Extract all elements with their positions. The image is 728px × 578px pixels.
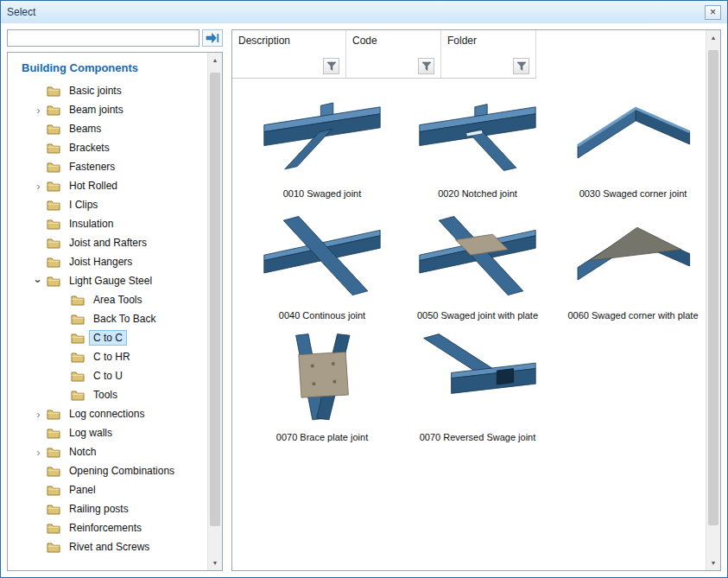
tree-item[interactable]: C to U [15, 366, 207, 385]
folder-icon [47, 105, 60, 116]
component-item[interactable]: 0030 Swaged corner joint [555, 89, 706, 199]
chevron-icon[interactable]: › [32, 104, 45, 117]
component-item[interactable]: 0010 Swaged joint [244, 89, 400, 199]
column-header-label: Code [352, 35, 434, 47]
folder-icon [47, 523, 60, 534]
component-thumbnail [256, 89, 388, 186]
tree-item-label: Log connections [65, 406, 149, 422]
scroll-up-icon[interactable]: ▲ [208, 53, 222, 67]
filter-icon [516, 61, 527, 72]
tree-item[interactable]: › Hot Rolled [15, 176, 207, 195]
component-thumbnail [412, 333, 543, 429]
tree-item-label: C to U [89, 368, 127, 384]
search-row [7, 29, 223, 47]
component-item[interactable]: 0060 Swaged corner with plate [555, 211, 706, 321]
component-item[interactable]: 0040 Continous joint [244, 211, 400, 321]
filter-button-folder[interactable] [513, 58, 529, 74]
tree-item[interactable]: › Light Gauge Steel [15, 271, 207, 290]
component-item[interactable]: 0070 Reversed Swage joint [400, 333, 555, 442]
search-input[interactable] [7, 29, 199, 47]
titlebar[interactable]: Select × [1, 1, 727, 23]
tree-item-label: Beams [65, 121, 105, 137]
tree-item[interactable]: Joist Hangers [15, 252, 207, 271]
tree-scrollbar[interactable]: ▲ ▼ [207, 53, 222, 570]
filter-button-code[interactable] [418, 58, 434, 74]
chevron-icon[interactable]: › [32, 180, 45, 193]
tree-item-label: Notch [65, 444, 100, 460]
tree-item[interactable]: Area Tools [15, 290, 207, 309]
component-label: 0030 Swaged corner joint [579, 188, 687, 199]
chevron-icon[interactable]: › [32, 446, 45, 459]
tree-item[interactable]: › Beam joints [15, 100, 207, 119]
tree-scrollbar-thumb[interactable] [210, 73, 220, 526]
tree-scrollbar-track[interactable] [208, 67, 222, 556]
component-label: 0050 Swaged joint with plate [417, 310, 538, 321]
column-header-description[interactable]: Description [232, 30, 346, 79]
component-label: 0040 Continous joint [279, 310, 365, 321]
tree-item[interactable]: Insulation [15, 214, 207, 233]
tree-item[interactable]: Brackets [15, 138, 207, 157]
results-inner: Description Code Folder [232, 30, 706, 570]
tree-item-label: Brackets [65, 140, 114, 156]
component-label: 0010 Swaged joint [283, 188, 362, 199]
folder-icon [47, 257, 60, 268]
component-item[interactable]: 0070 Brace plate joint [244, 333, 400, 442]
chevron-icon[interactable]: › [32, 408, 45, 421]
component-grid: 0010 Swaged joint 0020 Notched joint 003… [232, 79, 706, 442]
folder-icon [47, 428, 60, 439]
folder-icon [47, 447, 60, 458]
tree-item[interactable]: I Clips [15, 195, 207, 214]
component-item[interactable]: 0020 Notched joint [400, 89, 555, 199]
folder-icon [47, 162, 60, 173]
grid-scrollbar[interactable]: ▲ ▼ [706, 30, 720, 570]
tree-item-label: I Clips [65, 197, 102, 213]
tree-item[interactable]: Railing posts [15, 499, 207, 518]
chevron-icon[interactable]: › [32, 275, 45, 288]
folder-icon [47, 238, 60, 249]
column-header-code[interactable]: Code [346, 30, 441, 79]
grid-scrollbar-thumb[interactable] [708, 50, 719, 525]
component-thumbnail [256, 333, 388, 429]
tree-item[interactable]: Fasteners [15, 157, 207, 176]
tree-item[interactable]: › Notch [15, 442, 207, 461]
tree-item-label: Reinforcements [65, 520, 146, 536]
tree-item-label: Hot Rolled [65, 178, 122, 194]
tree-root-label[interactable]: Building Components [15, 60, 207, 81]
search-go-button[interactable] [202, 29, 223, 47]
scroll-up-icon[interactable]: ▲ [706, 30, 720, 45]
tree-item[interactable]: C to C [15, 328, 207, 347]
folder-icon [47, 276, 60, 287]
filter-button-description[interactable] [323, 58, 339, 74]
close-button[interactable]: × [705, 5, 721, 20]
tree-item[interactable]: Reinforcements [15, 518, 207, 537]
folder-icon [71, 352, 85, 363]
folder-icon [47, 124, 60, 135]
component-item[interactable]: 0050 Swaged joint with plate [400, 211, 555, 321]
tree-item[interactable]: Joist and Rafters [15, 233, 207, 252]
filter-icon [326, 61, 337, 72]
tree-item[interactable]: Basic joints [15, 81, 207, 100]
folder-icon [47, 219, 60, 230]
tree-item[interactable]: Tools [15, 385, 207, 404]
tree-item[interactable]: › Log connections [15, 404, 207, 423]
folder-icon [71, 371, 85, 382]
tree-item-label: Back To Back [89, 311, 160, 327]
scroll-down-icon[interactable]: ▼ [208, 556, 222, 570]
grid-scrollbar-track[interactable] [706, 45, 720, 556]
component-thumbnail [412, 89, 543, 186]
column-headers: Description Code Folder [232, 30, 706, 79]
component-label: 0070 Reversed Swage joint [420, 432, 536, 442]
tree-item[interactable]: Opening Combinations [15, 461, 207, 480]
tree-item[interactable]: Rivet and Screws [15, 537, 207, 556]
tree-item[interactable]: Back To Back [15, 309, 207, 328]
tree-item[interactable]: Panel [15, 480, 207, 499]
tree-item[interactable]: Log walls [15, 423, 207, 442]
scroll-down-icon[interactable]: ▼ [706, 556, 720, 570]
folder-icon [47, 542, 60, 553]
tree-item-label: Fasteners [65, 159, 119, 175]
tree-item-label: Railing posts [65, 501, 133, 517]
tree-item[interactable]: C to HR [15, 347, 207, 366]
column-header-folder[interactable]: Folder [441, 30, 536, 79]
go-arrow-icon [206, 32, 219, 44]
tree-item[interactable]: Beams [15, 119, 207, 138]
